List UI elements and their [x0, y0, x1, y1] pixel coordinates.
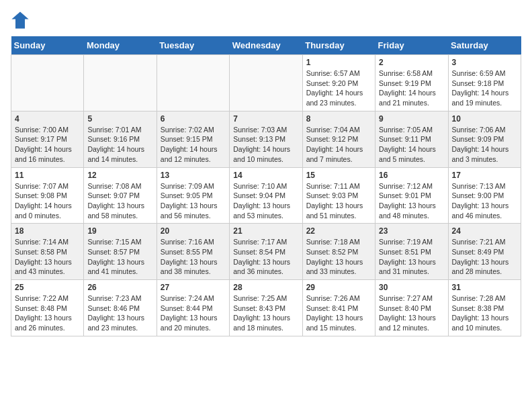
day-info: Sunrise: 7:01 AM Sunset: 9:16 PM Dayligh…	[87, 125, 152, 165]
day-info: Sunrise: 7:24 AM Sunset: 8:44 PM Dayligh…	[161, 293, 226, 333]
day-number: 14	[233, 171, 298, 180]
calendar-cell: 7Sunrise: 7:03 AM Sunset: 9:13 PM Daylig…	[230, 111, 302, 167]
day-number: 29	[306, 283, 371, 292]
weekday-header-sunday: Sunday	[11, 36, 84, 55]
calendar-cell: 31Sunrise: 7:28 AM Sunset: 8:38 PM Dayli…	[448, 280, 521, 336]
day-info: Sunrise: 7:02 AM Sunset: 9:15 PM Dayligh…	[161, 125, 226, 165]
day-info: Sunrise: 7:06 AM Sunset: 9:09 PM Dayligh…	[452, 125, 517, 165]
day-info: Sunrise: 6:59 AM Sunset: 9:18 PM Dayligh…	[452, 68, 517, 108]
calendar-cell: 9Sunrise: 7:05 AM Sunset: 9:11 PM Daylig…	[375, 111, 448, 167]
calendar-cell: 12Sunrise: 7:08 AM Sunset: 9:07 PM Dayli…	[84, 167, 157, 224]
day-info: Sunrise: 7:23 AM Sunset: 8:46 PM Dayligh…	[87, 293, 152, 333]
calendar-cell: 1Sunrise: 6:57 AM Sunset: 9:20 PM Daylig…	[302, 55, 375, 111]
day-info: Sunrise: 6:57 AM Sunset: 9:20 PM Dayligh…	[306, 68, 371, 108]
day-info: Sunrise: 7:05 AM Sunset: 9:11 PM Dayligh…	[379, 125, 444, 165]
calendar-week-5: 25Sunrise: 7:22 AM Sunset: 8:48 PM Dayli…	[11, 280, 521, 336]
calendar-cell: 4Sunrise: 7:00 AM Sunset: 9:17 PM Daylig…	[11, 111, 84, 167]
day-info: Sunrise: 7:13 AM Sunset: 9:00 PM Dayligh…	[452, 181, 517, 221]
day-number: 31	[452, 283, 517, 292]
day-number: 27	[161, 283, 226, 292]
day-info: Sunrise: 7:16 AM Sunset: 8:55 PM Dayligh…	[161, 237, 226, 277]
day-number: 7	[233, 114, 298, 124]
calendar-cell: 2Sunrise: 6:58 AM Sunset: 9:19 PM Daylig…	[375, 55, 448, 111]
calendar-cell: 24Sunrise: 7:21 AM Sunset: 8:49 PM Dayli…	[448, 224, 521, 280]
day-number: 11	[15, 171, 80, 180]
day-number: 1	[306, 58, 371, 67]
calendar-cell: 18Sunrise: 7:14 AM Sunset: 8:58 PM Dayli…	[11, 224, 84, 280]
weekday-header-monday: Monday	[84, 36, 157, 55]
calendar-cell: 19Sunrise: 7:15 AM Sunset: 8:57 PM Dayli…	[84, 224, 157, 280]
weekday-header-friday: Friday	[375, 36, 448, 55]
day-info: Sunrise: 7:18 AM Sunset: 8:52 PM Dayligh…	[306, 237, 371, 277]
calendar-cell: 16Sunrise: 7:12 AM Sunset: 9:01 PM Dayli…	[375, 167, 448, 224]
calendar-cell: 8Sunrise: 7:04 AM Sunset: 9:12 PM Daylig…	[302, 111, 375, 167]
logo-icon	[11, 11, 30, 30]
day-info: Sunrise: 7:14 AM Sunset: 8:58 PM Dayligh…	[15, 237, 80, 277]
day-number: 20	[161, 226, 226, 236]
calendar-cell: 6Sunrise: 7:02 AM Sunset: 9:15 PM Daylig…	[157, 111, 229, 167]
day-info: Sunrise: 7:10 AM Sunset: 9:04 PM Dayligh…	[233, 181, 298, 221]
calendar-cell: 26Sunrise: 7:23 AM Sunset: 8:46 PM Dayli…	[84, 280, 157, 336]
calendar-cell: 11Sunrise: 7:07 AM Sunset: 9:08 PM Dayli…	[11, 167, 84, 224]
day-number: 10	[452, 114, 517, 124]
day-info: Sunrise: 7:11 AM Sunset: 9:03 PM Dayligh…	[306, 181, 371, 221]
day-number: 23	[379, 226, 444, 236]
calendar-cell: 25Sunrise: 7:22 AM Sunset: 8:48 PM Dayli…	[11, 280, 84, 336]
day-info: Sunrise: 6:58 AM Sunset: 9:19 PM Dayligh…	[379, 68, 444, 108]
calendar-cell: 28Sunrise: 7:25 AM Sunset: 8:43 PM Dayli…	[230, 280, 302, 336]
calendar-cell: 23Sunrise: 7:19 AM Sunset: 8:51 PM Dayli…	[375, 224, 448, 280]
calendar-table: SundayMondayTuesdayWednesdayThursdayFrid…	[11, 36, 521, 336]
calendar-week-4: 18Sunrise: 7:14 AM Sunset: 8:58 PM Dayli…	[11, 224, 521, 280]
day-info: Sunrise: 7:12 AM Sunset: 9:01 PM Dayligh…	[379, 181, 444, 221]
page-header	[11, 11, 521, 30]
day-number: 24	[452, 226, 517, 236]
day-info: Sunrise: 7:08 AM Sunset: 9:07 PM Dayligh…	[87, 181, 152, 221]
calendar-cell: 27Sunrise: 7:24 AM Sunset: 8:44 PM Dayli…	[157, 280, 229, 336]
calendar-cell: 30Sunrise: 7:27 AM Sunset: 8:40 PM Dayli…	[375, 280, 448, 336]
weekday-header-thursday: Thursday	[302, 36, 375, 55]
day-info: Sunrise: 7:04 AM Sunset: 9:12 PM Dayligh…	[306, 125, 371, 165]
day-number: 26	[87, 283, 152, 292]
day-info: Sunrise: 7:26 AM Sunset: 8:41 PM Dayligh…	[306, 293, 371, 333]
calendar-week-3: 11Sunrise: 7:07 AM Sunset: 9:08 PM Dayli…	[11, 167, 521, 224]
day-number: 2	[379, 58, 444, 67]
calendar-cell: 21Sunrise: 7:17 AM Sunset: 8:54 PM Dayli…	[230, 224, 302, 280]
logo	[11, 11, 32, 30]
calendar-cell: 29Sunrise: 7:26 AM Sunset: 8:41 PM Dayli…	[302, 280, 375, 336]
calendar-cell	[157, 55, 229, 111]
calendar-cell	[11, 55, 84, 111]
calendar-week-1: 1Sunrise: 6:57 AM Sunset: 9:20 PM Daylig…	[11, 55, 521, 111]
svg-marker-0	[11, 11, 28, 28]
day-info: Sunrise: 7:19 AM Sunset: 8:51 PM Dayligh…	[379, 237, 444, 277]
day-info: Sunrise: 7:22 AM Sunset: 8:48 PM Dayligh…	[15, 293, 80, 333]
day-number: 15	[306, 171, 371, 180]
day-number: 17	[452, 171, 517, 180]
weekday-header-saturday: Saturday	[448, 36, 521, 55]
day-info: Sunrise: 7:09 AM Sunset: 9:05 PM Dayligh…	[161, 181, 226, 221]
calendar-cell: 15Sunrise: 7:11 AM Sunset: 9:03 PM Dayli…	[302, 167, 375, 224]
day-number: 18	[15, 226, 80, 236]
day-number: 25	[15, 283, 80, 292]
day-number: 22	[306, 226, 371, 236]
day-info: Sunrise: 7:21 AM Sunset: 8:49 PM Dayligh…	[452, 237, 517, 277]
calendar-cell: 20Sunrise: 7:16 AM Sunset: 8:55 PM Dayli…	[157, 224, 229, 280]
day-number: 28	[233, 283, 298, 292]
calendar-cell: 22Sunrise: 7:18 AM Sunset: 8:52 PM Dayli…	[302, 224, 375, 280]
calendar-cell	[84, 55, 157, 111]
calendar-body: 1Sunrise: 6:57 AM Sunset: 9:20 PM Daylig…	[11, 55, 521, 336]
day-number: 30	[379, 283, 444, 292]
calendar-cell: 17Sunrise: 7:13 AM Sunset: 9:00 PM Dayli…	[448, 167, 521, 224]
weekday-header-row: SundayMondayTuesdayWednesdayThursdayFrid…	[11, 36, 521, 55]
weekday-header-wednesday: Wednesday	[230, 36, 302, 55]
day-number: 5	[87, 114, 152, 124]
calendar-cell: 13Sunrise: 7:09 AM Sunset: 9:05 PM Dayli…	[157, 167, 229, 224]
day-number: 6	[161, 114, 226, 124]
day-number: 3	[452, 58, 517, 67]
calendar-cell: 10Sunrise: 7:06 AM Sunset: 9:09 PM Dayli…	[448, 111, 521, 167]
day-number: 9	[379, 114, 444, 124]
day-info: Sunrise: 7:15 AM Sunset: 8:57 PM Dayligh…	[87, 237, 152, 277]
calendar-week-2: 4Sunrise: 7:00 AM Sunset: 9:17 PM Daylig…	[11, 111, 521, 167]
weekday-header-tuesday: Tuesday	[157, 36, 229, 55]
day-info: Sunrise: 7:07 AM Sunset: 9:08 PM Dayligh…	[15, 181, 80, 221]
day-info: Sunrise: 7:17 AM Sunset: 8:54 PM Dayligh…	[233, 237, 298, 277]
